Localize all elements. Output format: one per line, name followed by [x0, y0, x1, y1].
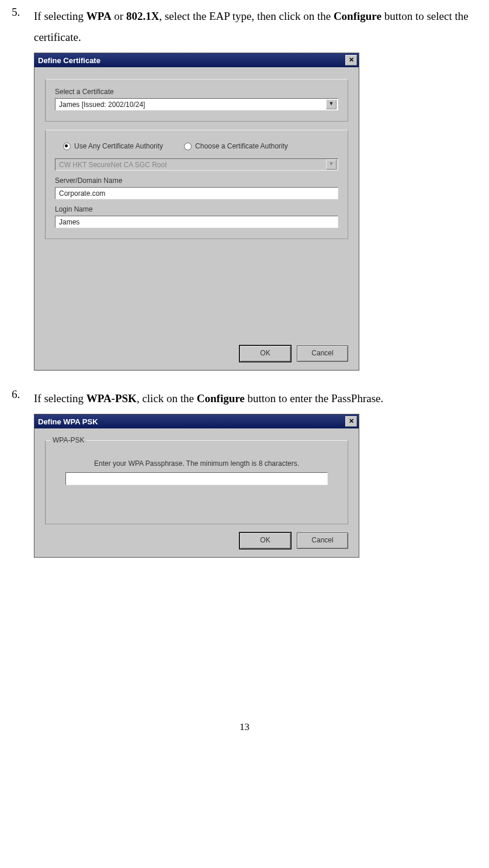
step-5-number: 5.: [12, 6, 34, 48]
use-any-ca-radio[interactable]: Use Any Certificate Authority: [63, 142, 163, 150]
text: , select the EAP type, then click on the: [159, 10, 333, 22]
text: If selecting: [34, 392, 86, 404]
text: or: [112, 10, 126, 22]
text-bold: WPA-PSK: [86, 392, 137, 404]
step-5: 5. If selecting WPA or 802.1X, select th…: [12, 6, 477, 48]
ok-button[interactable]: OK: [240, 532, 291, 549]
login-name-input[interactable]: James: [55, 216, 338, 228]
cancel-button[interactable]: Cancel: [297, 345, 348, 362]
chevron-down-icon[interactable]: ▼: [326, 99, 337, 109]
text-bold: Configure: [197, 392, 245, 404]
define-certificate-dialog: Define Certificate ✕ Select a Certificat…: [34, 53, 359, 371]
wpa-psk-group: WPA-PSK Enter your WPA Passphrase. The m…: [45, 440, 348, 524]
select-certificate-label: Select a Certificate: [55, 88, 338, 96]
radio-label: Choose a Certificate Authority: [195, 142, 288, 150]
select-certificate-group: Select a Certificate James [Issued: 2002…: [45, 79, 348, 122]
radio-icon: [63, 143, 71, 150]
close-icon[interactable]: ✕: [345, 55, 357, 65]
certificate-value: James [Issued: 2002/10/24]: [59, 101, 145, 109]
cancel-button[interactable]: Cancel: [297, 532, 348, 549]
titlebar: Define WPA PSK ✕: [34, 414, 359, 428]
certificate-dropdown[interactable]: James [Issued: 2002/10/24] ▼: [55, 98, 338, 110]
radio-label: Use Any Certificate Authority: [74, 142, 163, 150]
ok-button[interactable]: OK: [240, 345, 291, 362]
step-6: 6. If selecting WPA-PSK, click on the Co…: [12, 388, 477, 409]
dialog-title: Define WPA PSK: [38, 417, 98, 426]
ca-value: CW HKT SecureNet CA SGC Root: [59, 161, 167, 169]
close-icon[interactable]: ✕: [345, 416, 357, 427]
server-domain-label: Server/Domain Name: [55, 177, 338, 185]
text-bold: WPA: [86, 10, 112, 22]
choose-ca-radio[interactable]: Choose a Certificate Authority: [184, 142, 288, 150]
dialog-title: Define Certificate: [38, 56, 100, 65]
step-6-text: If selecting WPA-PSK, click on the Confi…: [34, 388, 383, 409]
radio-icon: [184, 143, 192, 150]
passphrase-input[interactable]: [65, 472, 327, 485]
chevron-down-icon: ▼: [326, 160, 337, 170]
ca-dropdown: CW HKT SecureNet CA SGC Root ▼: [55, 158, 338, 171]
step-6-number: 6.: [12, 388, 34, 409]
step-5-text: If selecting WPA or 802.1X, select the E…: [34, 6, 477, 48]
text-bold: Configure: [334, 10, 382, 22]
text: If selecting: [34, 10, 86, 22]
server-value: Corporate.com: [59, 189, 105, 198]
page-number: 13: [12, 721, 477, 733]
titlebar: Define Certificate ✕: [34, 53, 359, 67]
server-domain-input[interactable]: Corporate.com: [55, 187, 338, 199]
text: , click on the: [137, 392, 197, 404]
passphrase-instruction: Enter your WPA Passphrase. The minimum l…: [55, 459, 338, 468]
certificate-authority-group: Use Any Certificate Authority Choose a C…: [45, 130, 348, 239]
text: button to enter the PassPhrase.: [245, 392, 383, 404]
text-bold: 802.1X: [126, 10, 159, 22]
login-value: James: [59, 218, 79, 226]
login-name-label: Login Name: [55, 205, 338, 213]
group-title: WPA-PSK: [50, 436, 86, 444]
define-wpa-psk-dialog: Define WPA PSK ✕ WPA-PSK Enter your WPA …: [34, 414, 359, 558]
